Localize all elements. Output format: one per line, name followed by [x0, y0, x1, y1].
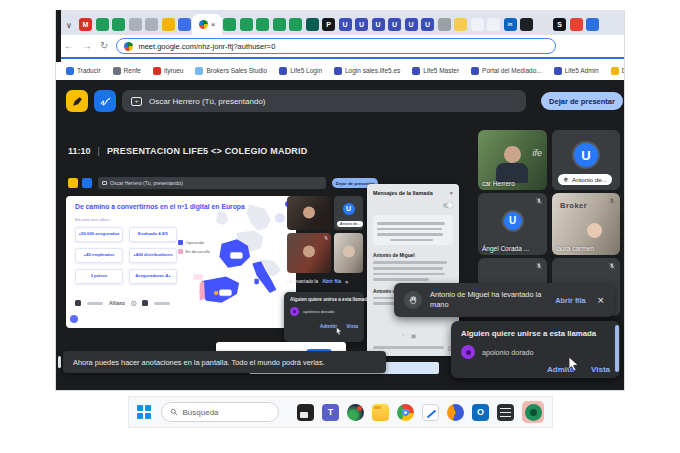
back-icon[interactable]: ←: [64, 41, 74, 51]
pinned-tab[interactable]: [145, 18, 158, 31]
pinned-tab[interactable]: [454, 18, 467, 31]
pinned-tab[interactable]: U: [405, 18, 418, 31]
pinned-tab[interactable]: [570, 18, 583, 31]
nested-toast-text: ha levantado la: [287, 279, 318, 284]
taskbar-app-icon[interactable]: [347, 404, 364, 421]
close-tab-icon[interactable]: ×: [211, 21, 216, 29]
active-app-highlight[interactable]: [522, 401, 544, 423]
bookmark-item[interactable]: Life5 Admin: [554, 67, 599, 75]
forward-icon[interactable]: →: [82, 41, 92, 51]
pinned-tab[interactable]: U: [339, 18, 352, 31]
tile-oscar-herrero[interactable]: ife car Herrero: [478, 130, 547, 190]
logo-placeholder: [87, 302, 103, 305]
pinned-tab[interactable]: in: [504, 18, 517, 31]
tile-antonio[interactable]: U Antonio de...: [552, 130, 620, 190]
bookmark-item[interactable]: Portal del Mediado...: [471, 67, 542, 75]
pinned-tab[interactable]: [162, 18, 175, 31]
join-title: Alguien quiere unirse a esta llamada: [461, 329, 610, 338]
pinned-tab[interactable]: [129, 18, 142, 31]
mic-off-icon: [608, 197, 616, 205]
taskbar-app-icon[interactable]: [525, 404, 542, 421]
pinned-tab[interactable]: [240, 18, 253, 31]
nested-admit-button: Admitir: [320, 323, 338, 329]
pinned-tab[interactable]: [306, 18, 319, 31]
bookmark-item[interactable]: ityrueu: [153, 67, 184, 75]
tile-laura-carmen[interactable]: Broker laura carmen: [552, 193, 620, 255]
mic-off-icon: [535, 262, 543, 270]
stat-chip: Evaluado 4,8/5: [129, 227, 177, 242]
pen-tool-button[interactable]: [94, 90, 116, 112]
pinned-tab[interactable]: [586, 18, 599, 31]
nested-join-popup: Alguien quiere unirse a esta llamada apo…: [284, 292, 364, 342]
reload-icon[interactable]: ↻: [100, 41, 108, 51]
view-button[interactable]: Vista: [591, 365, 610, 374]
nested-hand-toast: ha levantado la Abrir fila ×: [287, 274, 363, 289]
taskbar-app-icon[interactable]: [447, 404, 464, 421]
pinned-tab[interactable]: P: [322, 18, 335, 31]
grid-icon: ▣: [411, 332, 417, 339]
pinned-tab[interactable]: [112, 18, 125, 31]
heading-separator: |: [98, 146, 100, 156]
taskbar-app-icon[interactable]: O: [472, 404, 489, 421]
pinned-tab[interactable]: S: [553, 18, 566, 31]
bookmarks-bar: Traducir Renfe ityrueu Brokers Sales Stu…: [56, 61, 625, 80]
pinned-tab[interactable]: U: [421, 18, 434, 31]
pinned-tab[interactable]: [178, 18, 191, 31]
stat-chip: Aseguradoras A+: [129, 269, 177, 284]
logo-placeholder: [75, 300, 81, 306]
bookmark-item[interactable]: Life5 Login: [279, 67, 322, 75]
popup-scrollbar[interactable]: [615, 325, 619, 372]
taskbar-app-icon[interactable]: [397, 404, 414, 421]
nested-tile-participant: [334, 233, 363, 273]
bookmark-item[interactable]: Life5 Master: [412, 67, 459, 75]
join-avatar: [461, 345, 475, 359]
tab-search-icon[interactable]: ∨: [62, 15, 76, 35]
bookmark-item[interactable]: Renfe: [113, 67, 141, 75]
bookmark-favicon: [611, 67, 619, 75]
pinned-tab[interactable]: [487, 18, 500, 31]
nested-presenter-label: Oscar Herrero (Tú, presentando): [110, 180, 183, 186]
search-placeholder: Búsqueda: [183, 408, 219, 417]
pinned-tab[interactable]: U: [372, 18, 385, 31]
mic-off-icon: [323, 235, 329, 241]
pinned-tab[interactable]: [289, 18, 302, 31]
taskbar-search[interactable]: Búsqueda: [161, 402, 280, 422]
taskbar-app-icon[interactable]: [422, 404, 439, 421]
wall-text: ife: [532, 148, 542, 158]
bookmark-item[interactable]: Traducir: [66, 67, 101, 75]
address-bar[interactable]: meet.google.com/nhz-jonr-ftj?authuser=0: [116, 38, 556, 54]
open-queue-button[interactable]: Abrir fila: [555, 296, 585, 305]
chat-toggle: [443, 203, 453, 208]
slide-stat-chips: +50.000 aseguradosEvaluado 4,8/5+40 empl…: [75, 227, 177, 284]
pinned-tab[interactable]: [96, 18, 109, 31]
pinned-tab[interactable]: [520, 18, 533, 31]
nested-view-button: Vista: [346, 323, 358, 329]
marker-icon: [71, 95, 84, 108]
pinned-tab[interactable]: [273, 18, 286, 31]
nested-present-icon: [102, 181, 107, 185]
annotation-toast: Ahora puedes hacer anotaciones en la pan…: [63, 351, 386, 373]
tile-angel-corada[interactable]: U Ángel Corada ...: [478, 193, 547, 255]
start-button[interactable]: [137, 405, 151, 419]
pinned-tab[interactable]: U: [388, 18, 401, 31]
close-toast-icon[interactable]: ×: [598, 294, 604, 306]
bookmark-item[interactable]: Brokers Sales Studio: [195, 67, 267, 75]
nested-tile-antonio: U Antonio de...: [334, 196, 363, 230]
stop-presenting-button[interactable]: Dejar de presentar: [541, 92, 623, 110]
pinned-tab[interactable]: [256, 18, 269, 31]
pinned-tab[interactable]: [438, 18, 451, 31]
bookmark-item[interactable]: Login sales.life5.es: [334, 67, 400, 75]
bookmark-item[interactable]: DGSFP Búsqueda: [611, 67, 625, 75]
taskbar-app-icon[interactable]: [497, 404, 514, 421]
pinned-tab[interactable]: U: [355, 18, 368, 31]
bookmark-favicon: [334, 67, 342, 75]
pinned-tab[interactable]: [471, 18, 484, 31]
taskbar-app-icon[interactable]: [372, 404, 389, 421]
active-tab-meet[interactable]: ×: [192, 14, 222, 35]
pinned-tab[interactable]: M: [79, 18, 92, 31]
pinned-tab[interactable]: [223, 18, 236, 31]
taskbar-app-icon[interactable]: [297, 404, 314, 421]
pinned-tab[interactable]: [537, 18, 550, 31]
annotation-tool-button[interactable]: [66, 90, 88, 112]
taskbar-app-icon[interactable]: T: [322, 404, 339, 421]
